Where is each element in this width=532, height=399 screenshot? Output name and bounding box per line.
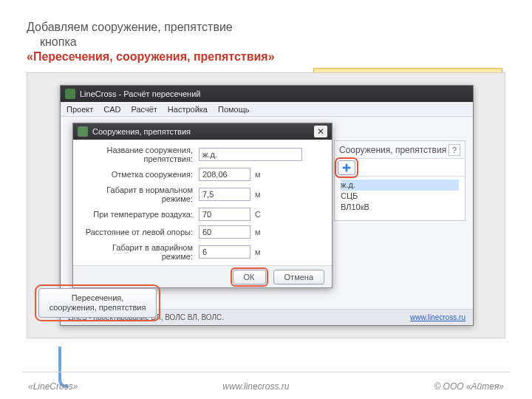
menu-calc[interactable]: Расчёт: [131, 105, 157, 114]
menu-settings[interactable]: Настройка: [168, 105, 208, 114]
app-workarea: Сооружения, препятствия ? ж.д. СЦБ ВЛ10к…: [61, 117, 473, 309]
unit-label: С: [250, 210, 265, 219]
dialog-title: Сооружения, препятствия: [92, 127, 310, 136]
unit-label: м: [250, 248, 265, 256]
app-menubar: Проект CAD Расчёт Настройка Помощь: [61, 102, 473, 117]
heading-line1: Добавляем сооружение, препятствие: [27, 21, 233, 34]
footer-left: «LineCross»: [28, 381, 78, 392]
unit-label: м: [250, 228, 265, 236]
unit-label: м: [250, 190, 265, 199]
field-label: Габарит в аварийном режиме:: [81, 243, 199, 261]
distance-left-input[interactable]: 60: [199, 225, 250, 239]
status-link[interactable]: www.linecross.ru: [410, 313, 466, 321]
page-footer: «LineCross» www.linecross.ru © ООО «Айте…: [0, 381, 532, 392]
structure-name-input[interactable]: ж.д.: [199, 148, 302, 161]
app-titlebar: LineCross - Расчёт пересечений: [61, 86, 473, 102]
app-logo-icon: [65, 89, 75, 99]
app-title: LineCross - Расчёт пересечений: [80, 89, 200, 98]
footer-right: © ООО «Айтея»: [434, 381, 504, 392]
help-icon[interactable]: ?: [449, 144, 460, 156]
crossings-structures-button[interactable]: Пересечения, сооружения, препятствия: [38, 288, 157, 318]
heading-line3: «Пересечения, сооружения, препятствия»: [27, 50, 275, 64]
footer-center: www.linecross.ru: [222, 381, 289, 392]
elevation-input[interactable]: 208,06: [199, 168, 250, 181]
close-icon[interactable]: ✕: [314, 126, 327, 137]
list-item[interactable]: ВЛ10кВ: [341, 202, 459, 213]
add-structure-button[interactable]: [338, 160, 355, 175]
field-label: При температуре воздуха:: [81, 210, 199, 219]
list-item[interactable]: СЦБ: [341, 191, 459, 202]
structures-panel: Сооружения, препятствия ? ж.д. СЦБ ВЛ10к…: [334, 140, 466, 221]
svg-rect-1: [343, 166, 351, 168]
dialog-logo-icon: [78, 126, 88, 137]
clearance-normal-input[interactable]: 7,5: [199, 188, 250, 201]
cancel-button[interactable]: Отмена: [273, 270, 324, 284]
list-item[interactable]: ж.д.: [341, 180, 459, 191]
field-label: Отметка сооружения:: [81, 170, 199, 179]
ok-button[interactable]: ОК: [233, 270, 266, 284]
footer-divider: [22, 372, 510, 372]
field-label: Название сооружения, препятствия:: [81, 146, 199, 163]
field-label: Расстояние от левой опоры:: [81, 228, 199, 236]
structures-list: ж.д. СЦБ ВЛ10кВ: [335, 177, 465, 220]
clearance-emergency-input[interactable]: 6: [199, 245, 250, 259]
menu-help[interactable]: Помощь: [218, 105, 250, 114]
panel-title: Сооружения, препятствия: [339, 145, 446, 155]
menu-cad[interactable]: CAD: [103, 105, 120, 114]
structure-dialog: Сооружения, препятствия ✕ Название соору…: [72, 123, 332, 288]
heading-line2: кнопка: [40, 35, 77, 49]
unit-label: м: [250, 170, 265, 179]
field-label: Габарит в нормальном режиме:: [81, 185, 199, 203]
bottom-button-area: Пересечения, сооружения, препятствия: [38, 288, 157, 318]
air-temp-input[interactable]: 70: [199, 208, 250, 221]
menu-project[interactable]: Проект: [66, 105, 93, 114]
